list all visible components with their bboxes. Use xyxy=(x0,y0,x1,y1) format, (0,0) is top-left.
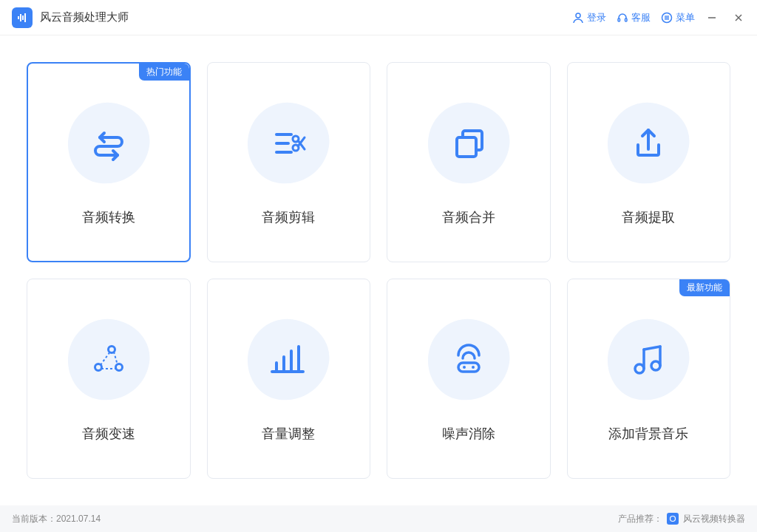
icon-container xyxy=(244,99,333,188)
card-audio-convert[interactable]: 热门功能 音频转换 xyxy=(27,62,191,262)
menu-icon xyxy=(661,12,673,24)
card-label: 音频剪辑 xyxy=(262,208,315,226)
icon-container xyxy=(64,316,153,404)
new-badge: 最新功能 xyxy=(679,279,730,296)
svg-rect-6 xyxy=(625,18,628,21)
svg-point-4 xyxy=(576,13,580,18)
minimize-button[interactable] xyxy=(705,11,719,24)
version-label: 当前版本： xyxy=(12,514,56,524)
svg-point-24 xyxy=(115,364,122,370)
card-label: 音量调整 xyxy=(262,425,315,443)
svg-point-32 xyxy=(463,366,466,369)
footer-recommend[interactable]: 产品推荐： 风云视频转换器 xyxy=(618,513,745,525)
card-label: 音频转换 xyxy=(82,208,135,226)
card-label: 音频提取 xyxy=(622,208,675,226)
card-label: 音频变速 xyxy=(82,425,135,443)
svg-rect-5 xyxy=(618,18,620,21)
icon-container xyxy=(424,316,513,404)
hot-badge: 热门功能 xyxy=(139,64,189,81)
music-note-icon xyxy=(626,338,671,382)
app-logo-icon xyxy=(12,7,33,28)
card-audio-extract[interactable]: 音频提取 xyxy=(567,62,731,262)
user-icon xyxy=(572,12,584,24)
denoise-icon xyxy=(447,338,491,382)
menu-label: 菜单 xyxy=(676,11,695,24)
icon-container xyxy=(424,99,513,188)
footer: 当前版本：2021.07.14 产品推荐： 风云视频转换器 xyxy=(0,505,757,532)
svg-point-39 xyxy=(671,516,676,522)
title-bar: 风云音频处理大师 登录 客服 菜单 xyxy=(0,0,757,35)
icon-container xyxy=(64,99,153,188)
rec-logo-icon xyxy=(667,513,679,525)
app-title: 风云音频处理大师 xyxy=(40,10,572,24)
card-volume-adjust[interactable]: 音量调整 xyxy=(207,279,371,479)
card-label: 添加背景音乐 xyxy=(608,425,688,443)
icon-container xyxy=(604,316,693,404)
feature-grid: 热门功能 音频转换 音频剪辑 xyxy=(0,35,757,505)
svg-point-34 xyxy=(635,364,644,373)
close-icon xyxy=(733,13,744,23)
svg-rect-1 xyxy=(20,14,21,21)
svg-point-33 xyxy=(472,366,475,369)
card-audio-edit[interactable]: 音频剪辑 xyxy=(207,62,371,262)
minimize-icon xyxy=(707,13,717,23)
merge-icon xyxy=(447,121,491,166)
svg-rect-21 xyxy=(457,137,476,157)
version-value: 2021.07.14 xyxy=(56,514,101,524)
convert-icon xyxy=(86,121,131,166)
support-button[interactable]: 客服 xyxy=(617,11,651,24)
icon-container xyxy=(604,99,693,188)
speed-icon xyxy=(86,338,131,382)
card-audio-speed[interactable]: 音频变速 xyxy=(27,279,191,479)
card-noise-removal[interactable]: 噪声消除 xyxy=(387,279,551,479)
volume-bars-icon xyxy=(266,338,310,382)
svg-rect-3 xyxy=(24,13,26,22)
close-button[interactable] xyxy=(732,11,745,24)
icon-container xyxy=(244,316,333,404)
window-controls xyxy=(705,11,745,24)
support-label: 客服 xyxy=(631,11,651,24)
headset-icon xyxy=(617,12,628,24)
card-add-bgm[interactable]: 最新功能 添加背景音乐 xyxy=(567,279,731,479)
svg-point-35 xyxy=(651,361,660,370)
rec-label: 产品推荐： xyxy=(618,513,662,525)
card-audio-merge[interactable]: 音频合并 xyxy=(387,62,551,262)
menu-button[interactable]: 菜单 xyxy=(661,11,695,24)
card-label: 音频合并 xyxy=(442,208,495,226)
login-label: 登录 xyxy=(587,11,606,24)
svg-rect-31 xyxy=(458,363,479,372)
title-actions: 登录 客服 菜单 xyxy=(572,11,695,24)
login-button[interactable]: 登录 xyxy=(572,11,606,24)
extract-icon xyxy=(626,121,671,166)
svg-rect-0 xyxy=(18,16,19,19)
svg-line-38 xyxy=(644,347,660,349)
scissors-icon xyxy=(266,121,310,166)
svg-rect-2 xyxy=(22,16,24,20)
card-label: 噪声消除 xyxy=(442,425,495,443)
rec-product: 风云视频转换器 xyxy=(683,513,745,525)
footer-version: 当前版本：2021.07.14 xyxy=(12,513,618,525)
